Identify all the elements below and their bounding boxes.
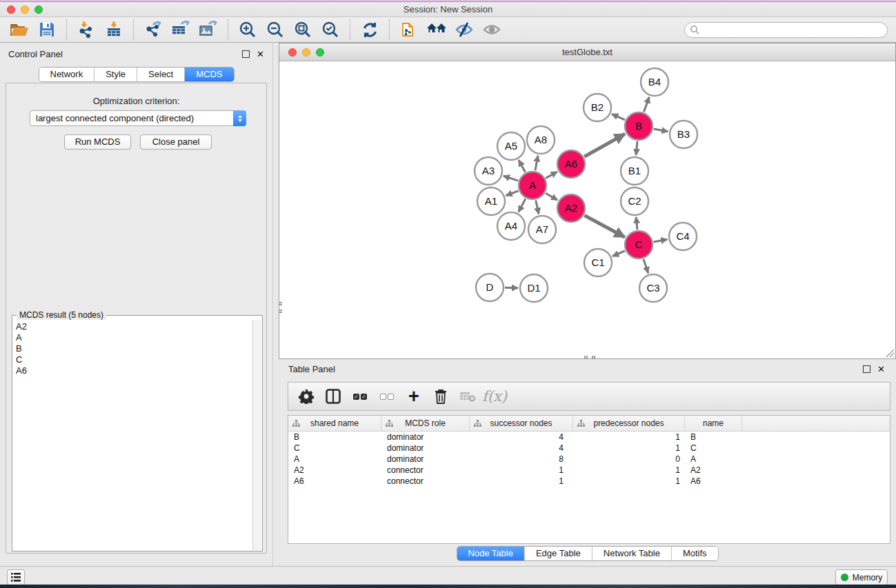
graph-node-C3[interactable]: C3 [639, 274, 667, 302]
run-mcds-button[interactable]: Run MCDS [64, 134, 131, 150]
graph-edge-B-B2[interactable] [612, 114, 625, 120]
save-session-button[interactable] [35, 19, 59, 40]
tab-network-table[interactable]: Network Table [593, 547, 672, 560]
graph-edge-A-A5[interactable] [519, 160, 526, 172]
table-row[interactable]: Cdominator41C [288, 443, 890, 454]
minimize-window-button[interactable] [21, 6, 29, 14]
graph-edge-C-C2[interactable] [636, 217, 637, 230]
delete-table-button[interactable] [457, 385, 479, 407]
graph-node-C1[interactable]: C1 [584, 249, 612, 276]
deselect-all-columns-button[interactable] [376, 385, 398, 407]
mcds-result-item[interactable]: B [16, 343, 252, 354]
tab-mcds[interactable]: MCDS [185, 68, 233, 81]
column-header-name[interactable]: name [685, 416, 742, 431]
close-window-button[interactable] [288, 48, 297, 57]
table-row[interactable]: Bdominator41B [288, 432, 890, 443]
network-window-titlebar[interactable]: testGlobe.txt [279, 43, 895, 61]
table-settings-button[interactable] [295, 385, 317, 407]
graph-node-A4[interactable]: A4 [497, 212, 525, 240]
mcds-result-item[interactable]: A6 [16, 365, 252, 376]
zoom-selected-button[interactable] [319, 19, 342, 40]
graph-node-A5[interactable]: A5 [497, 132, 525, 160]
table-row[interactable]: Adominator80A [288, 454, 890, 465]
graph-node-C[interactable]: C [625, 231, 653, 258]
graph-node-D[interactable]: D [476, 274, 504, 301]
frame-resize-grip-bottom[interactable] [584, 356, 595, 358]
network-graph[interactable]: B4B2BB3A8A5A6A3B1AA1C2A2A4A7C4CC1DD1C3 [279, 61, 895, 358]
table-row[interactable]: A6connector11A6 [288, 476, 890, 487]
graph-edge-A6-B[interactable] [584, 134, 625, 156]
mcds-result-list[interactable]: A2ABCA6 [13, 320, 252, 550]
frame-resize-corner[interactable] [884, 347, 895, 358]
task-history-button[interactable] [7, 569, 25, 585]
column-header-shared-name[interactable]: shared name [288, 416, 381, 431]
float-panel-icon[interactable] [242, 50, 250, 58]
zoom-window-button[interactable] [316, 48, 324, 57]
column-header-MCDS-role[interactable]: MCDS role [381, 416, 470, 431]
graph-edge-B-B1[interactable] [636, 141, 637, 155]
float-panel-icon[interactable] [863, 365, 870, 373]
export-table-button[interactable] [169, 19, 192, 40]
tab-network[interactable]: Network [39, 68, 94, 81]
select-all-columns-button[interactable]: ✓✓ [349, 385, 371, 407]
column-header-predecessor-nodes[interactable]: predecessor nodes [573, 416, 685, 431]
graph-edge-A-A8[interactable] [535, 156, 538, 171]
graph-edge-A-A7[interactable] [536, 200, 539, 214]
graph-edge-A-A6[interactable] [546, 172, 557, 178]
memory-button[interactable]: Memory [835, 569, 888, 585]
minimize-window-button[interactable] [302, 48, 310, 57]
close-window-button[interactable] [7, 6, 15, 14]
close-panel-icon[interactable]: ✕ [257, 50, 264, 58]
frame-resize-grip-left[interactable] [279, 302, 282, 313]
graph-node-B1[interactable]: B1 [621, 157, 648, 185]
graph-node-A[interactable]: A [519, 172, 546, 199]
graph-edge-A-A3[interactable] [504, 176, 518, 181]
graph-node-A3[interactable]: A3 [475, 157, 502, 185]
graph-edge-A-A4[interactable] [519, 199, 526, 212]
tab-motifs[interactable]: Motifs [672, 547, 718, 560]
graph-edge-A2-C[interactable] [584, 215, 624, 237]
graph-node-C4[interactable]: C4 [669, 223, 697, 250]
graph-edge-C-C1[interactable] [613, 251, 625, 256]
home-view-button[interactable] [425, 19, 448, 40]
graph-node-D1[interactable]: D1 [520, 274, 548, 302]
graph-node-B[interactable]: B [625, 112, 653, 140]
import-network-button[interactable] [74, 19, 98, 40]
scrollbar-track[interactable] [252, 320, 261, 550]
graph-node-A2[interactable]: A2 [557, 194, 585, 222]
close-panel-icon[interactable]: ✕ [877, 365, 885, 373]
show-columns-button[interactable] [322, 385, 344, 407]
zoom-out-button[interactable] [263, 19, 287, 40]
export-network-button[interactable] [141, 19, 165, 40]
close-panel-button[interactable]: Close panel [140, 134, 212, 150]
table-row[interactable]: A2connector11A2 [288, 465, 890, 476]
optimization-criterion-select[interactable]: largest connected component (directed) [30, 110, 246, 126]
function-builder-button[interactable]: f(x) [484, 385, 506, 407]
graph-node-B3[interactable]: B3 [670, 121, 697, 148]
graph-node-C2[interactable]: C2 [621, 187, 648, 215]
toggle-graphics-details-button[interactable] [452, 19, 476, 40]
graph-node-A7[interactable]: A7 [528, 216, 556, 243]
mcds-result-item[interactable]: C [16, 354, 252, 365]
tab-select[interactable]: Select [137, 68, 185, 81]
import-table-button[interactable] [102, 19, 126, 40]
copy-network-view-button[interactable] [397, 19, 421, 40]
graph-edge-C-C3[interactable] [644, 259, 648, 273]
tab-style[interactable]: Style [94, 68, 137, 81]
graph-node-B4[interactable]: B4 [641, 68, 668, 96]
add-column-button[interactable]: + [403, 385, 425, 407]
graph-edge-B-B3[interactable] [654, 129, 668, 132]
zoom-window-button[interactable] [34, 6, 43, 14]
column-header-successor-nodes[interactable]: successor nodes [470, 416, 573, 431]
tab-node-table[interactable]: Node Table [457, 547, 525, 560]
delete-column-button[interactable] [430, 385, 452, 407]
open-session-button[interactable] [8, 19, 31, 40]
graph-edge-A-A1[interactable] [506, 191, 518, 196]
graph-edge-B-B4[interactable] [644, 97, 649, 112]
zoom-in-button[interactable] [236, 19, 259, 40]
graph-node-A8[interactable]: A8 [527, 126, 555, 154]
show-hide-button[interactable] [480, 19, 504, 40]
mcds-result-item[interactable]: A [16, 332, 252, 343]
mcds-result-item[interactable]: A2 [16, 321, 252, 332]
tab-edge-table[interactable]: Edge Table [525, 547, 593, 560]
